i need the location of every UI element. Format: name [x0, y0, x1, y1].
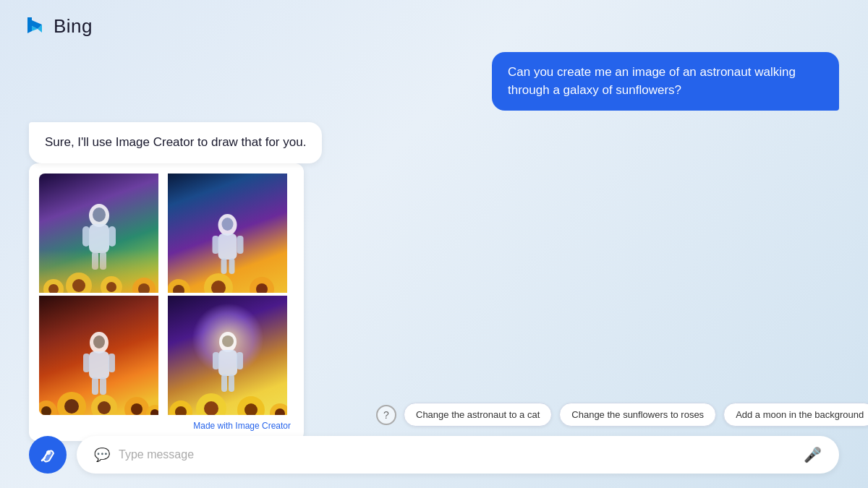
made-with-text: Made with: [193, 421, 235, 431]
svg-point-42: [131, 403, 142, 415]
svg-point-6: [93, 207, 106, 222]
input-bar: 💬 Type message 🎤: [29, 436, 839, 474]
broom-icon: [38, 445, 58, 465]
sunflower-svg-3: [39, 372, 158, 415]
svg-point-12: [106, 282, 116, 292]
svg-point-10: [72, 279, 85, 292]
suggestion-chip-3[interactable]: Add a moon in the background: [723, 403, 868, 427]
image-credit: Made with Image Creator: [39, 421, 294, 431]
suggestion-chip-2[interactable]: Change the sunflowers to roses: [559, 403, 716, 427]
svg-rect-2: [82, 226, 90, 247]
sunflower-svg-4: [168, 373, 287, 415]
svg-rect-30: [83, 354, 90, 372]
generated-image-1[interactable]: [39, 174, 158, 293]
svg-rect-17: [212, 236, 218, 254]
header: Bing: [0, 0, 868, 52]
bing-logo-text: Bing: [54, 15, 93, 38]
image-creator-link[interactable]: Image Creator: [235, 421, 291, 431]
svg-point-21: [221, 218, 233, 231]
image-grid: [39, 174, 294, 415]
sunflower-svg-1: [39, 249, 158, 293]
suggestions-area: ? Change the astronaut to a cat Change t…: [376, 403, 839, 427]
svg-rect-46: [218, 350, 237, 376]
svg-rect-18: [237, 236, 243, 254]
image-grid-container: Made with Image Creator: [29, 163, 304, 441]
svg-rect-3: [109, 226, 116, 247]
svg-point-40: [98, 401, 111, 414]
microphone-icon[interactable]: 🎤: [804, 446, 822, 463]
help-icon-label: ?: [383, 409, 389, 421]
suggestion-chip-1[interactable]: Change the astronaut to a cat: [404, 403, 552, 427]
help-icon[interactable]: ?: [376, 405, 396, 425]
sunflower-overlay-1: [39, 249, 158, 293]
user-message: Can you create me an image of an astrona…: [492, 52, 839, 111]
input-wrapper: 💬 Type message 🎤: [77, 436, 839, 474]
chat-area: Sure, I'll use Image Creator to draw tha…: [0, 122, 868, 163]
generated-image-3[interactable]: [39, 296, 158, 415]
bing-logo: Bing: [22, 13, 93, 39]
svg-rect-1: [89, 224, 109, 253]
generated-image-4[interactable]: [168, 296, 287, 415]
generated-image-2[interactable]: [168, 174, 287, 293]
sunflower-svg-2: [168, 253, 287, 293]
bing-icon: [22, 13, 48, 39]
bing-chat-button[interactable]: [29, 436, 67, 474]
message-input-placeholder[interactable]: Type message: [119, 448, 795, 461]
bot-message: Sure, I'll use Image Creator to draw tha…: [29, 122, 322, 163]
svg-rect-47: [213, 352, 219, 369]
svg-rect-31: [109, 354, 115, 372]
svg-point-38: [64, 399, 79, 414]
svg-point-34: [93, 335, 105, 348]
svg-rect-48: [237, 352, 243, 369]
svg-point-60: [46, 450, 51, 455]
svg-point-51: [222, 335, 234, 347]
chat-bubble-icon: 💬: [94, 447, 110, 463]
